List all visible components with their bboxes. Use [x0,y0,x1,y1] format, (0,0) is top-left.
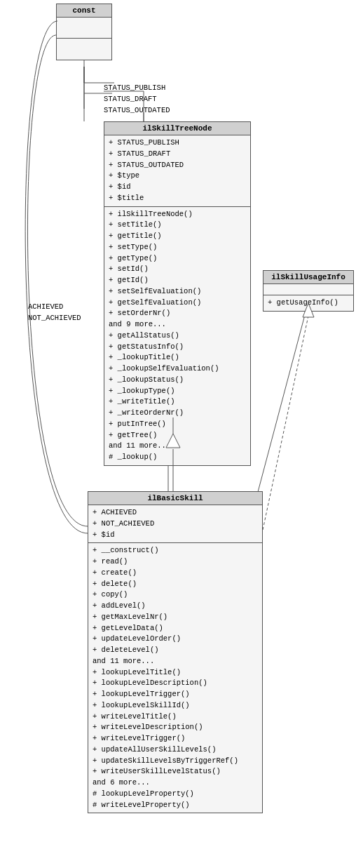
const-title: const [57,4,111,18]
il-basic-skill-title: ilBasicSkill [88,492,262,505]
il-skill-usage-info-title: ilSkillUsageInfo [263,271,353,284]
il-basic-skill-box: ilBasicSkill + ACHIEVED + NOT_ACHIEVED +… [88,491,263,813]
il-skill-usage-info-box: ilSkillUsageInfo + getUsageInfo() [263,270,354,312]
status-labels: STATUS_PUBLISH STATUS_DRAFT STATUS_OUTDA… [104,83,170,116]
status-outdated-label: STATUS_OUTDATED [104,105,170,116]
il-skill-usage-info-methods: + getUsageInfo() [263,295,353,311]
svg-line-15 [263,316,308,530]
il-skill-tree-node-title: ilSkillTreeNode [104,122,250,135]
il-skill-usage-info-fields [263,284,353,295]
il-skill-tree-node-box: ilSkillTreeNode + STATUS_PUBLISH + STATU… [104,121,251,466]
not-achieved-label: NOT_ACHIEVED [28,313,81,324]
il-basic-skill-fields: + ACHIEVED + NOT_ACHIEVED + $id [88,505,262,543]
status-draft-label: STATUS_DRAFT [104,94,170,105]
il-skill-tree-node-fields: + STATUS_PUBLISH + STATUS_DRAFT + STATUS… [104,135,250,207]
const-box: const [56,4,112,60]
const-section-1 [57,18,111,39]
achieved-label: ACHIEVED [28,302,81,313]
diagram-container: const STATUS_PUBLISH STATUS_DRAFT STATUS… [0,0,356,868]
il-basic-skill-methods: + __construct() + read() + create() + de… [88,543,262,813]
achieved-labels: ACHIEVED NOT_ACHIEVED [28,302,81,324]
il-skill-tree-node-methods: + ilSkillTreeNode() + setTitle() + getTi… [104,207,250,465]
status-publish-label: STATUS_PUBLISH [104,83,170,94]
const-section-2 [57,39,111,60]
